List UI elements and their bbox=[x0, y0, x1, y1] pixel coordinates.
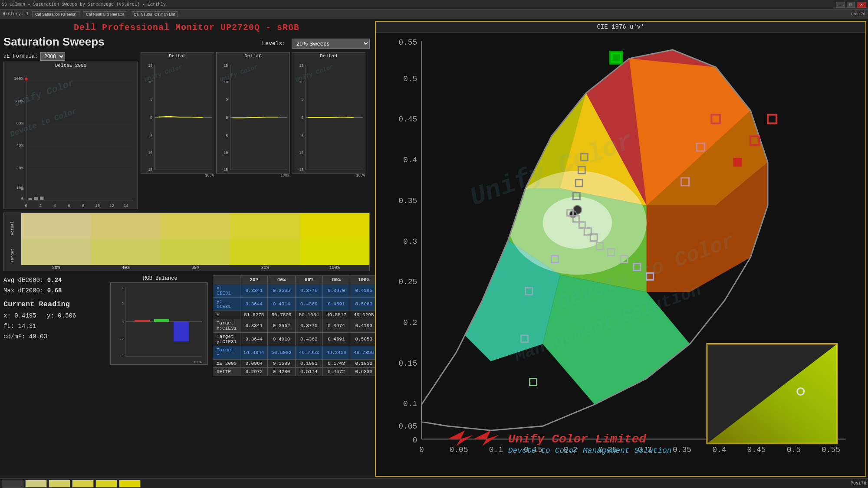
svg-text:5: 5 bbox=[150, 98, 152, 102]
taskbar-item-6[interactable] bbox=[119, 480, 141, 488]
taskbar-item-5[interactable] bbox=[95, 480, 117, 488]
table-cell-value: 51.6275 bbox=[240, 311, 268, 319]
table-cell-value: 48.7356 bbox=[350, 346, 378, 360]
pct-80: 80% bbox=[230, 265, 299, 270]
table-cell-value: 0.4369 bbox=[295, 298, 322, 311]
svg-text:0.05: 0.05 bbox=[450, 445, 468, 454]
section-header: Saturation Sweeps Levels: 20% Sweeps 10%… bbox=[3, 35, 370, 49]
post76-label: Post76 bbox=[851, 481, 866, 486]
table-cell-value: 0.4010 bbox=[268, 333, 295, 346]
table-cell-value: 49.7953 bbox=[295, 346, 322, 360]
th-empty bbox=[213, 276, 240, 284]
table-cell-value: 0.5174 bbox=[295, 368, 322, 376]
table-row: Target y:CIE310.36440.40100.43620.46910.… bbox=[213, 333, 378, 346]
target-label: Target bbox=[10, 249, 15, 262]
svg-text:0.3: 0.3 bbox=[403, 237, 417, 246]
rgb-svg: 4 2 0 -2 -4 100% bbox=[111, 283, 208, 365]
svg-text:0: 0 bbox=[413, 436, 418, 445]
table-cell-value: 0.4691 bbox=[322, 298, 350, 311]
svg-text:0: 0 bbox=[21, 197, 24, 201]
history-label: History: 1 bbox=[3, 12, 29, 16]
svg-text:Devote to Color Management Sol: Devote to Color Management Solution bbox=[508, 446, 672, 455]
svg-text:0.25: 0.25 bbox=[398, 278, 417, 286]
svg-rect-137 bbox=[530, 379, 537, 386]
minimize-button[interactable]: ─ bbox=[836, 2, 845, 8]
svg-rect-24 bbox=[28, 198, 32, 200]
table-cell-value: 0.3562 bbox=[268, 319, 295, 333]
th-80: 80% bbox=[322, 276, 350, 284]
table-cell-value: 0.4195 bbox=[350, 284, 378, 298]
cie-svg: 0.55 0.5 0.45 0.4 0.35 0.3 0.25 0.2 0.15… bbox=[376, 33, 865, 474]
svg-text:0.5: 0.5 bbox=[787, 445, 801, 454]
taskbar-item-4[interactable] bbox=[72, 480, 94, 488]
taskbar: Post76 bbox=[0, 478, 868, 488]
deltaL-chart: DeltaL Unify Color 15 10 5 0 -5 -10 -15 … bbox=[141, 52, 214, 174]
table-cell-value: 0.3341 bbox=[240, 284, 268, 298]
de-formula-label: dE Formula: bbox=[3, 53, 38, 59]
swatches-grid: 20% 40% 60% 80% 100% bbox=[21, 213, 369, 271]
table-body: x: CIE310.33410.35650.37760.39700.4195y:… bbox=[213, 284, 378, 376]
close-button[interactable]: ✕ bbox=[857, 2, 866, 8]
levels-row: Levels: 20% Sweeps 10% Sweeps 5% Sweeps bbox=[262, 39, 370, 49]
svg-text:15: 15 bbox=[224, 64, 228, 68]
deltaL-svg: 15 10 5 0 -5 -10 -15 100% bbox=[141, 59, 214, 180]
cdm2-line: cd/m²: 49.03 bbox=[3, 332, 108, 342]
window-controls: ─ □ ✕ bbox=[836, 2, 866, 8]
swatch-actual-80 bbox=[230, 213, 299, 239]
table-cell-value: 0.2972 bbox=[240, 368, 268, 376]
maximize-button[interactable]: □ bbox=[847, 2, 855, 8]
table-cell-value: 0.6339 bbox=[350, 368, 378, 376]
unify-color-logo: Unify Color Limited Devote to Color Mana… bbox=[447, 430, 671, 455]
data-table-section: 20% 40% 60% 80% 100% x: CIE310.33410.356… bbox=[213, 275, 378, 475]
swatch-actual-20 bbox=[21, 213, 91, 239]
taskbar-item-1[interactable] bbox=[2, 480, 23, 488]
actual-swatches bbox=[21, 213, 369, 239]
svg-text:0.05: 0.05 bbox=[398, 422, 417, 431]
taskbar-item-3[interactable] bbox=[49, 480, 70, 488]
th-100: 100% bbox=[350, 276, 378, 284]
svg-text:0.55: 0.55 bbox=[822, 445, 840, 454]
cdm2-value: 49.03 bbox=[29, 333, 47, 340]
svg-text:20%: 20% bbox=[16, 166, 24, 170]
svg-text:0.1: 0.1 bbox=[403, 400, 417, 408]
table-row: y: CIE310.36440.40140.43690.46910.5060 bbox=[213, 298, 378, 311]
svg-text:8: 8 bbox=[82, 203, 85, 208]
swatch-actual-40 bbox=[91, 213, 160, 239]
stats-panel: Avg dE2000: 0.24 Max dE2000: 0.68 Curren… bbox=[3, 275, 108, 475]
deltaC-svg: 15 10 5 0 -5 -10 -15 100% bbox=[217, 59, 289, 180]
levels-label: Levels: bbox=[262, 40, 286, 47]
deltaH-title: DeltaH bbox=[292, 52, 365, 59]
charts-section: dE Formula: 2000 1976 1994 DeltaE 2000 U… bbox=[3, 52, 370, 209]
svg-rect-126 bbox=[733, 158, 742, 167]
app-title: Dell Professional Monitor UP2720Q - sRGB bbox=[3, 23, 370, 33]
svg-text:0.5: 0.5 bbox=[403, 75, 417, 83]
svg-text:0: 0 bbox=[301, 116, 303, 120]
fl-line: fL: 14.31 bbox=[3, 321, 108, 332]
cal-neutral-gen-button[interactable]: Cal Neutral Generator bbox=[83, 11, 127, 17]
svg-text:-5: -5 bbox=[148, 134, 152, 138]
pos76-label: Post76 bbox=[852, 12, 865, 16]
de-formula-select[interactable]: 2000 1976 1994 bbox=[40, 52, 65, 61]
table-cell-value: 50.5002 bbox=[268, 346, 295, 360]
y-label: y: bbox=[47, 312, 58, 319]
table-row: ΔE 20000.09640.15890.19810.17430.1832 bbox=[213, 360, 378, 368]
section-title: Saturation Sweeps bbox=[3, 35, 105, 49]
table-cell-value: 50.7809 bbox=[268, 311, 295, 319]
swatches-area: Actual Target bbox=[3, 213, 370, 271]
table-cell-value: 0.3565 bbox=[268, 284, 295, 298]
xy-line: x: 0.4195 y: 0.506 bbox=[3, 311, 108, 321]
swatch-target-40 bbox=[91, 239, 160, 265]
table-cell-value: 0.1589 bbox=[268, 360, 295, 368]
table-cell-label: Target y:CIE31 bbox=[213, 333, 240, 346]
pct-20: 20% bbox=[21, 265, 91, 270]
table-cell-value: 0.5053 bbox=[350, 333, 378, 346]
table-cell-value: 0.1981 bbox=[295, 360, 322, 368]
data-table: 20% 40% 60% 80% 100% x: CIE310.33410.356… bbox=[213, 275, 378, 376]
levels-select[interactable]: 20% Sweeps 10% Sweeps 5% Sweeps bbox=[292, 39, 370, 49]
y-value: 0.506 bbox=[58, 312, 76, 319]
cal-saturation-button[interactable]: Cal Saturation (Greens) bbox=[32, 11, 79, 17]
cal-neutral-list-button[interactable]: Cal Neutral Calman List bbox=[131, 11, 178, 17]
table-cell-label: y: CIE31 bbox=[213, 298, 240, 311]
svg-text:0.35: 0.35 bbox=[673, 445, 691, 454]
taskbar-item-2[interactable] bbox=[25, 480, 47, 488]
